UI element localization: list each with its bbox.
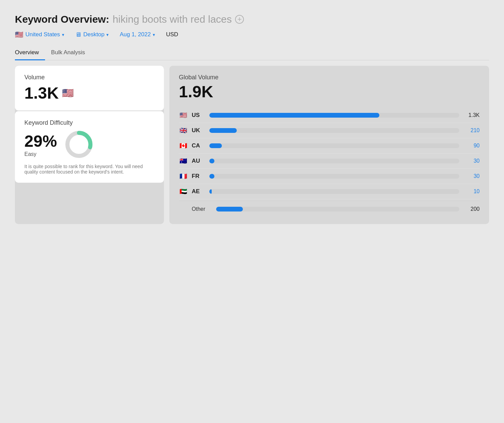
kd-value: 29% (24, 132, 57, 150)
date-chevron-icon: ▾ (153, 32, 155, 37)
count-us: 1.3K (463, 112, 480, 118)
bar-us (209, 113, 459, 118)
country-row-au: 🇦🇺 AU 30 (179, 154, 480, 169)
country-row-uk: 🇬🇧 UK 210 (179, 123, 480, 138)
flag-uk: 🇬🇧 (179, 127, 188, 134)
kd-difficulty-label: Easy (24, 151, 57, 157)
content-area: Volume 1.3K 🇺🇸 Keyword Difficulty 29% Ea… (15, 66, 489, 224)
bar-fill-ca (209, 143, 222, 148)
country-label: United States (25, 31, 60, 38)
title-prefix: Keyword Overview: (15, 14, 109, 25)
count-au: 30 (463, 158, 480, 164)
country-flag: 🇺🇸 (15, 31, 23, 39)
currency-label: USD (166, 31, 178, 38)
page-header: Keyword Overview: hiking boots with red … (15, 14, 489, 25)
kd-card: Keyword Difficulty 29% Easy (15, 111, 164, 183)
page-container: Keyword Overview: hiking boots with red … (7, 7, 497, 231)
bar-ae (209, 189, 459, 194)
country-row-other: Other 200 (179, 202, 480, 216)
volume-flag: 🇺🇸 (62, 87, 74, 99)
bar-fill-us (209, 113, 379, 118)
country-row-fr: 🇫🇷 FR 30 (179, 169, 480, 184)
bar-fill-uk (209, 128, 237, 133)
count-ae: 10 (463, 188, 480, 195)
separator (179, 201, 480, 201)
keyword-text: hiking boots with red laces (112, 14, 232, 25)
bar-uk (209, 128, 459, 133)
volume-label: Volume (24, 74, 154, 81)
count-ca: 90 (463, 143, 480, 149)
bar-ca (209, 143, 459, 148)
monitor-icon: 🖥 (75, 31, 81, 38)
code-us: US (192, 112, 205, 119)
code-other: Other (192, 206, 212, 212)
volume-value: 1.3K 🇺🇸 (24, 84, 154, 102)
date-selector[interactable]: Aug 1, 2022 ▾ (120, 31, 155, 38)
kd-donut-chart (64, 129, 94, 160)
country-row-ca: 🇨🇦 CA 90 (179, 138, 480, 154)
count-uk: 210 (463, 127, 480, 134)
count-other: 200 (463, 206, 480, 212)
global-volume-label: Global Volume (179, 74, 480, 81)
country-chevron-icon: ▾ (62, 32, 64, 37)
kd-section: 29% Easy (24, 129, 154, 160)
flag-au: 🇦🇺 (179, 157, 188, 165)
country-row-us: 🇺🇸 US 1.3K (179, 108, 480, 123)
bar-fr (209, 174, 459, 179)
right-panel: Global Volume 1.9K 🇺🇸 US 1.3K 🇬🇧 UK (169, 66, 489, 224)
flag-ae: 🇦🇪 (179, 188, 188, 195)
bar-other (216, 207, 459, 212)
bar-fill-au (209, 159, 214, 163)
country-rows: 🇺🇸 US 1.3K 🇬🇧 UK 210 🇨🇦 (179, 108, 480, 216)
code-au: AU (192, 158, 205, 164)
volume-card: Volume 1.3K 🇺🇸 (15, 66, 164, 110)
left-panel: Volume 1.3K 🇺🇸 Keyword Difficulty 29% Ea… (15, 66, 164, 224)
flag-us: 🇺🇸 (179, 112, 188, 119)
device-chevron-icon: ▾ (106, 32, 109, 37)
country-row-ae: 🇦🇪 AE 10 (179, 184, 480, 199)
bar-au (209, 159, 459, 163)
flag-fr: 🇫🇷 (179, 173, 188, 180)
country-selector[interactable]: 🇺🇸 United States ▾ (15, 31, 64, 39)
add-keyword-icon[interactable]: + (235, 15, 244, 24)
global-volume-value: 1.9K (179, 82, 480, 101)
date-label: Aug 1, 2022 (120, 31, 151, 38)
device-selector[interactable]: 🖥 Desktop ▾ (75, 31, 109, 38)
code-ae: AE (192, 188, 205, 195)
kd-description: It is quite possible to rank for this ke… (24, 164, 154, 175)
count-fr: 30 (463, 173, 480, 179)
device-label: Desktop (83, 31, 104, 38)
bar-fill-ae (209, 189, 212, 194)
code-uk: UK (192, 127, 205, 134)
code-fr: FR (192, 173, 205, 180)
bar-fill-fr (209, 174, 214, 179)
code-ca: CA (192, 142, 205, 149)
tab-bulk-analysis[interactable]: Bulk Analysis (51, 46, 91, 60)
tab-overview[interactable]: Overview (15, 46, 45, 60)
bar-fill-other (216, 207, 243, 212)
flag-ca: 🇨🇦 (179, 142, 188, 149)
kd-left: 29% Easy (24, 132, 57, 157)
tabs-bar: Overview Bulk Analysis (15, 45, 489, 60)
kd-row: 29% Easy (24, 129, 154, 160)
toolbar: 🇺🇸 United States ▾ 🖥 Desktop ▾ Aug 1, 20… (15, 31, 489, 39)
kd-label: Keyword Difficulty (24, 119, 154, 126)
